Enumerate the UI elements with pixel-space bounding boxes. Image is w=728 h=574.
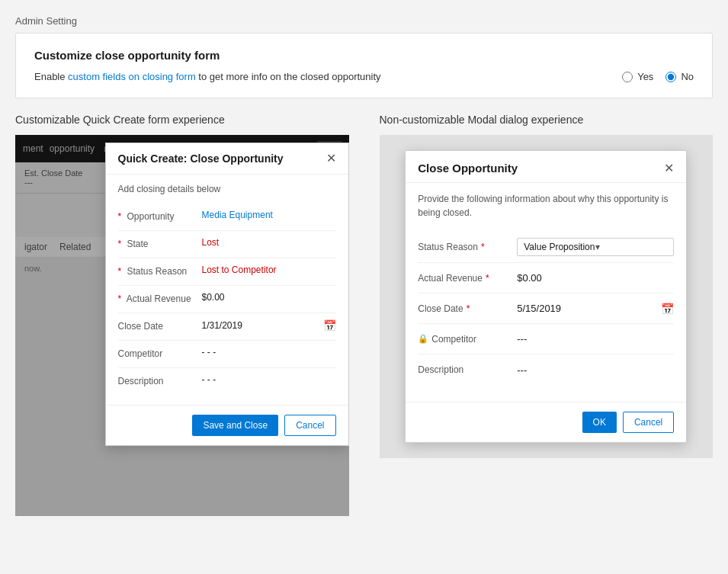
description-suffix: to get more info on the closed opportuni… <box>198 71 380 82</box>
quick-create-close-button[interactable]: ✕ <box>326 152 336 165</box>
section-title: Customize close opportunity form <box>34 49 694 62</box>
yes-label: Yes <box>637 71 653 82</box>
label-opportunity: * Opportunity <box>118 210 202 222</box>
form-row-actual-revenue: * Actual Revenue $0.00 <box>118 286 336 313</box>
settings-card: Customize close opportunity form Enable … <box>15 33 713 98</box>
status-reason-select[interactable]: Value Proposition ▾ <box>517 238 674 256</box>
left-experience-column: Customizable Quick Create form experienc… <box>15 114 349 516</box>
dialog-value-description: --- <box>517 364 674 376</box>
close-opportunity-dialog-body: Provide the following information about … <box>406 183 686 394</box>
quick-create-modal-header: Quick Create: Close Opportunity ✕ <box>106 143 348 175</box>
value-actual-revenue: $0.00 <box>202 292 336 303</box>
close-opportunity-subtitle: Provide the following information about … <box>418 192 674 220</box>
label-state: * State <box>118 237 202 249</box>
quick-create-modal-body: Add closing details below * Opportunity … <box>106 175 348 405</box>
dialog-label-description: Description <box>418 364 517 375</box>
label-competitor: Competitor <box>118 347 202 359</box>
quick-create-subtitle: Add closing details below <box>118 184 336 194</box>
ok-button[interactable]: OK <box>582 412 617 433</box>
left-experience-title: Customizable Quick Create form experienc… <box>15 114 349 126</box>
yes-radio-option[interactable]: Yes <box>622 71 653 82</box>
yes-radio[interactable] <box>622 72 633 82</box>
required-star-actual-revenue: * <box>118 293 122 304</box>
calendar-icon-dialog-close-date[interactable]: 📅 <box>661 303 674 315</box>
crm-background-left: ment opportunity ⊞ Process ▾ 👤 Assign 🔍 … <box>15 135 349 516</box>
form-row-status-reason: * Status Reason Lost to Competitor <box>118 258 336 286</box>
cancel-button-quick-create[interactable]: Cancel <box>284 415 335 436</box>
custom-fields-link[interactable]: custom fields on closing form <box>68 71 196 82</box>
dialog-row-competitor: 🔒 Competitor --- <box>418 324 674 354</box>
quick-create-modal-footer: Save and Close Cancel <box>106 405 348 445</box>
required-star-opportunity: * <box>118 211 122 222</box>
quick-create-modal: Quick Create: Close Opportunity ✕ Add cl… <box>105 143 349 446</box>
admin-title: Admin Setting <box>15 15 713 27</box>
value-description: - - - <box>202 374 336 385</box>
required-star-status-reason: * <box>118 266 122 277</box>
dialog-required-close-date: * <box>467 303 470 314</box>
dialog-label-close-date: Close Date * <box>418 303 517 314</box>
dialog-value-status-reason[interactable]: Value Proposition ▾ <box>517 238 674 256</box>
label-actual-revenue: * Actual Revenue <box>118 292 202 304</box>
dialog-value-close-date: 5/15/2019 <box>517 303 661 314</box>
close-opportunity-dialog-header: Close Opportunity ✕ <box>406 151 686 183</box>
label-description: Description <box>118 374 202 386</box>
value-state: Lost <box>202 237 336 248</box>
close-opportunity-dialog-footer: OK Cancel <box>406 402 686 442</box>
dialog-row-status-reason: Status Reason * Value Proposition ▾ <box>418 232 674 263</box>
form-row-state: * State Lost <box>118 231 336 258</box>
save-and-close-button[interactable]: Save and Close <box>192 415 278 436</box>
close-opportunity-close-button[interactable]: ✕ <box>664 162 674 175</box>
form-row-competitor: Competitor - - - <box>118 341 336 368</box>
dialog-label-actual-revenue: Actual Revenue * <box>418 273 517 284</box>
no-radio[interactable] <box>665 72 676 82</box>
label-close-date: Close Date <box>118 319 202 332</box>
label-status-reason: * Status Reason <box>118 265 202 277</box>
dialog-row-actual-revenue: Actual Revenue * $0.00 <box>418 263 674 293</box>
quick-create-modal-title: Quick Create: Close Opportunity <box>118 152 284 165</box>
no-radio-option[interactable]: No <box>665 71 694 82</box>
dialog-required-actual-revenue: * <box>486 273 489 284</box>
required-star-state: * <box>118 239 122 249</box>
dialog-row-close-date: Close Date * 5/15/2019 📅 <box>418 293 674 324</box>
value-competitor: - - - <box>202 347 336 358</box>
lock-icon-competitor: 🔒 <box>418 334 428 344</box>
dialog-value-actual-revenue: $0.00 <box>517 272 674 284</box>
cancel-button-dialog[interactable]: Cancel <box>623 412 674 433</box>
close-opportunity-dialog-title: Close Opportunity <box>418 162 518 175</box>
value-status-reason: Lost to Competitor <box>202 265 336 275</box>
form-row-close-date: Close Date 1/31/2019 📅 <box>118 313 336 341</box>
right-experience-column: Non-customizable Modal dialog experience… <box>380 114 714 458</box>
close-opportunity-dialog: Close Opportunity ✕ Provide the followin… <box>405 150 687 443</box>
value-opportunity: Media Equipment <box>202 210 336 220</box>
dialog-value-competitor: --- <box>517 333 674 345</box>
calendar-icon-close-date[interactable]: 📅 <box>323 319 336 332</box>
dialog-label-competitor: 🔒 Competitor <box>418 334 517 345</box>
right-experience-title: Non-customizable Modal dialog experience <box>380 114 714 126</box>
form-row-description: Description - - - <box>118 368 336 396</box>
no-label: No <box>681 71 694 82</box>
modal-dialog-container: Close Opportunity ✕ Provide the followin… <box>380 135 714 458</box>
form-row-opportunity: * Opportunity Media Equipment <box>118 204 336 231</box>
description-text: Enable <box>34 71 68 82</box>
dialog-label-status-reason: Status Reason * <box>418 242 517 252</box>
dialog-required-status-reason: * <box>481 242 485 252</box>
chevron-down-icon: ▾ <box>595 242 667 252</box>
value-close-date: 1/31/2019 <box>202 320 323 331</box>
dialog-row-description: Description --- <box>418 354 674 385</box>
